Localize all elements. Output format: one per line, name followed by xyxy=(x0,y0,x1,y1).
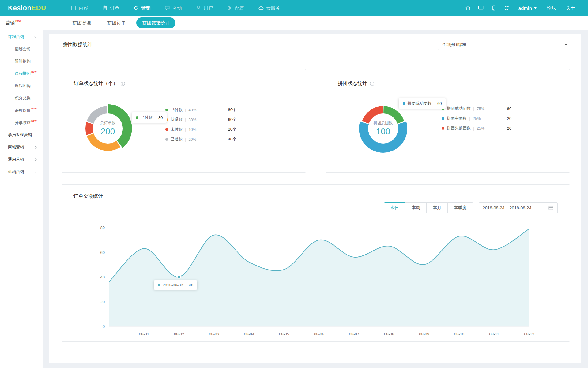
mobile-icon[interactable] xyxy=(487,0,500,16)
logo-part2: EDU xyxy=(31,4,46,12)
svg-text:08-10: 08-10 xyxy=(454,332,464,336)
sidebar-item-share-income[interactable]: 分享收益new xyxy=(0,117,43,129)
nav-item-users[interactable]: 用户 xyxy=(189,0,220,16)
legend-label: 拼团失败团数 xyxy=(447,125,471,131)
legend-value: 40个 xyxy=(228,136,236,142)
range-tab-today[interactable]: 今日 xyxy=(384,202,405,213)
legend-item[interactable]: 拼团中团数 | 25% 20 xyxy=(442,113,511,123)
nav-label: 订单 xyxy=(110,5,119,11)
order-status-panel: 订单状态统计（个） 总订单数 200 已付款 80 已付款 | xyxy=(62,69,306,173)
tab-group-manage[interactable]: 拼团管理 xyxy=(66,17,96,28)
range-tab-month[interactable]: 本月 xyxy=(426,202,448,213)
chevron-down-icon xyxy=(34,35,37,38)
legend-label: 已退款 xyxy=(171,136,183,142)
admin-menu[interactable]: admin xyxy=(513,6,542,11)
forum-link[interactable]: 论坛 xyxy=(542,5,561,11)
app-logo[interactable]: KesionEDU xyxy=(0,4,46,12)
legend-dot xyxy=(165,138,168,141)
sidebar-item-course-tuangou[interactable]: 课程团购 xyxy=(0,80,43,92)
svg-text:20: 20 xyxy=(100,300,105,304)
legend-divider: | xyxy=(185,108,186,112)
about-link[interactable]: 关于 xyxy=(561,5,580,11)
legend-item[interactable]: 未付款 | 10% 20个 xyxy=(165,125,236,134)
legend-label: 未付款 xyxy=(171,127,183,132)
legend-divider: | xyxy=(473,106,474,111)
legend-percent: 25% xyxy=(477,126,484,131)
order-status-title: 订单状态统计（个） xyxy=(74,80,125,87)
tab-group-orders[interactable]: 拼团订单 xyxy=(101,17,131,28)
sidebar-item-course-pintuan[interactable]: 课程拼团new xyxy=(0,67,43,80)
nav-item-cloud[interactable]: 云服务 xyxy=(251,0,287,16)
course-filter-select[interactable]: 全部拼团课程 xyxy=(438,40,571,50)
legend-item[interactable]: 拼团成功团数 | 75% 60 xyxy=(442,104,511,113)
tab-group-stats[interactable]: 拼团数据统计 xyxy=(136,17,175,28)
panel-title-text: 拼团状态统计 xyxy=(338,80,367,87)
legend-item[interactable]: 已付款 | 40% 80个 xyxy=(165,105,236,115)
nav-label: 云服务 xyxy=(266,5,280,11)
nav-item-content[interactable]: 内容 xyxy=(64,0,95,16)
chevron-right-icon xyxy=(34,146,37,149)
card-header: 拼团数据统计 全部拼团课程 xyxy=(49,34,581,55)
tooltip-value: 60 xyxy=(437,101,442,106)
info-icon[interactable] xyxy=(370,81,375,86)
tag-icon xyxy=(133,5,139,11)
sidebar-item-label: 商城营销 xyxy=(8,144,24,150)
sidebar-item-label: 学员返现营销 xyxy=(8,132,32,138)
tooltip-dot xyxy=(158,284,160,286)
info-icon[interactable] xyxy=(120,81,125,86)
sidebar-group-course-marketing[interactable]: 课程营销 xyxy=(0,31,43,43)
order-status-legend: 已付款 | 40% 80个 待退款 | 30% 60个 未付款 | 10% xyxy=(165,105,236,144)
legend-percent: 30% xyxy=(188,117,196,122)
admin-label: admin xyxy=(518,6,532,11)
main-nav: 内容 订单 营销 互动 用户 配置 云服务 xyxy=(64,0,287,16)
range-tab-week[interactable]: 本周 xyxy=(405,202,427,213)
logo-part1: Kesion xyxy=(8,4,31,12)
nav-item-config[interactable]: 配置 xyxy=(220,0,251,16)
svg-text:08-05: 08-05 xyxy=(279,332,289,336)
refresh-icon[interactable] xyxy=(500,0,513,16)
date-range-value: 2018-08-24 ~ 2018-08-24 xyxy=(483,205,531,210)
legend-item[interactable]: 拼团失败团数 | 25% 20 xyxy=(442,123,511,133)
tooltip-value: 80 xyxy=(158,115,163,120)
cloud-icon xyxy=(258,5,264,11)
svg-text:08-02: 08-02 xyxy=(174,332,184,336)
sidebar-item-student-cashback[interactable]: 学员返现营销 xyxy=(0,129,43,141)
sidebar-group-label: 课程营销 xyxy=(8,34,24,40)
sidebar-item-course-bargain[interactable]: 课程砍价new xyxy=(0,104,43,117)
legend-dot xyxy=(165,128,168,131)
legend-label: 拼团中团数 xyxy=(447,116,467,121)
sidebar-item-flash-sale[interactable]: 限时抢购 xyxy=(0,55,43,67)
svg-text:60: 60 xyxy=(100,250,105,255)
svg-text:08-04: 08-04 xyxy=(244,332,254,336)
svg-text:08-07: 08-07 xyxy=(349,332,359,336)
sub-tabs: 拼团管理 拼团订单 拼团数据统计 xyxy=(66,17,175,28)
sidebar-item-points-exchange[interactable]: 积分兑换 xyxy=(0,92,43,104)
legend-item[interactable]: 待退款 | 30% 60个 xyxy=(165,115,236,125)
order-status-donut-chart[interactable] xyxy=(74,95,141,162)
nav-item-marketing[interactable]: 营销 xyxy=(126,0,157,16)
sidebar-group-general-marketing[interactable]: 通用营销 xyxy=(0,153,43,166)
sidebar-item-bundle-package[interactable]: 捆绑套餐 xyxy=(0,43,43,55)
home-icon[interactable] xyxy=(462,0,474,16)
range-tab-quarter[interactable]: 本季度 xyxy=(447,202,473,213)
svg-text:08-11: 08-11 xyxy=(489,332,499,336)
legend-item[interactable]: 已退款 | 20% 40个 xyxy=(165,134,236,144)
gear-icon xyxy=(227,5,232,11)
sidebar-item-label: 限时抢购 xyxy=(15,59,31,64)
nav-item-interaction[interactable]: 互动 xyxy=(157,0,189,16)
sidebar-item-label: 课程砍价 xyxy=(15,108,31,113)
legend-divider: | xyxy=(473,126,474,131)
chevron-right-icon xyxy=(34,158,37,161)
user-icon xyxy=(196,5,201,11)
monitor-icon[interactable] xyxy=(474,0,487,16)
content-icon xyxy=(71,5,76,11)
nav-item-orders[interactable]: 订单 xyxy=(95,0,126,16)
legend-divider: | xyxy=(185,137,186,142)
line-tooltip: 2018-08-02 40 xyxy=(154,280,197,290)
sidebar-group-mall-marketing[interactable]: 商城营销 xyxy=(0,141,43,153)
topbar-right: admin 论坛 关于 xyxy=(462,0,588,16)
tooltip-value: 40 xyxy=(189,283,193,287)
svg-text:08-03: 08-03 xyxy=(209,332,219,336)
sidebar-group-org-marketing[interactable]: 机构营销 xyxy=(0,166,43,178)
date-range-picker[interactable]: 2018-08-24 ~ 2018-08-24 xyxy=(479,202,558,213)
